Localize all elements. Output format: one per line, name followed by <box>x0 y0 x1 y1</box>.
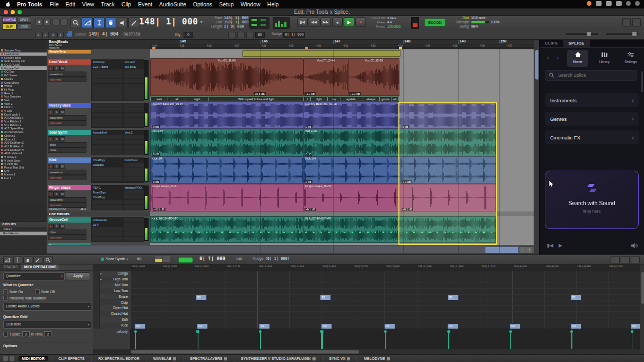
midi-note-c2[interactable]: C2 <box>259 323 270 329</box>
menu-window[interactable]: Window <box>241 1 260 7</box>
track-header-sample-drop[interactable]: Sample Drop <box>47 49 150 59</box>
velocity-stem[interactable] <box>260 331 261 349</box>
options-section[interactable]: Options <box>3 344 17 348</box>
scrollbar-thumb[interactable] <box>485 246 519 253</box>
velocity-dot[interactable] <box>509 330 512 333</box>
markers-ruler-label[interactable]: Markers <box>49 46 59 49</box>
tracklist-item[interactable]: Vox Samples <box>0 95 47 99</box>
timeline-marker[interactable] <box>399 47 402 49</box>
midi-note-f2[interactable]: F2 <box>570 295 581 301</box>
bottom-tab-spectralayers[interactable]: SPECTRALAYERS <box>187 356 230 361</box>
lyric-clip[interactable]: wait <box>150 96 168 101</box>
track-record-button[interactable]: ● <box>48 164 54 169</box>
insert-slot[interactable]: ProComp <box>92 60 123 65</box>
send-slot[interactable]: KickChslst <box>124 158 144 163</box>
track-header-kick[interactable]: Kick●SMwaveformdyn readChrisBrpyLowpassK… <box>47 156 150 184</box>
insert-slot-empty[interactable] <box>92 167 123 172</box>
apple-icon[interactable] <box>5 2 11 7</box>
forward-icon[interactable]: › <box>556 54 559 60</box>
track-record-button[interactable]: ● <box>48 66 54 71</box>
menu-file[interactable]: File <box>50 1 59 7</box>
velocity-stem[interactable] <box>322 331 323 349</box>
midi-note-c2[interactable]: C2 <box>197 323 208 329</box>
category-instruments[interactable]: Instruments› <box>545 93 639 107</box>
send-slot-empty[interactable] <box>124 163 144 167</box>
zoom-preset-button[interactable] <box>52 19 59 25</box>
pencil-tool-icon[interactable] <box>128 17 140 28</box>
track-view-selector[interactable]: waveform <box>48 115 86 120</box>
track-name[interactable]: Reecey Bass <box>48 103 91 108</box>
default-note-velocity[interactable]: 60 <box>137 257 141 261</box>
link-timeline-icon[interactable] <box>228 32 236 38</box>
lyric-clip[interactable]: my <box>327 96 341 101</box>
midi-ruler[interactable]: 148|1|000148|1|240148|1|480148|1|720148|… <box>130 263 640 271</box>
velocity-stem[interactable] <box>571 331 572 349</box>
midi-notes-toggle[interactable] <box>178 257 193 263</box>
list-view-icon[interactable] <box>631 256 640 263</box>
track-name[interactable]: GrooveCell <box>48 217 91 223</box>
splice-search-box[interactable] <box>545 70 637 81</box>
insert-slot-empty[interactable] <box>92 205 123 209</box>
tracklist-item[interactable]: Reec 2 <box>0 91 47 95</box>
session-setup-icon[interactable] <box>632 18 641 27</box>
splice-home-tab[interactable]: Home <box>567 50 588 67</box>
zoom-out-button[interactable]: ◀ <box>35 19 42 25</box>
clip[interactable]: Kick_84 <box>303 156 496 184</box>
midi-note-c2[interactable]: C2 <box>384 323 395 329</box>
send-slot-empty[interactable] <box>124 103 144 108</box>
clip[interactable]: Kick_02-16-MIDI-90 <box>150 216 304 243</box>
send-slot-empty[interactable] <box>124 190 144 195</box>
tracklist-item[interactable]: V Verb Short <box>0 158 47 162</box>
track-mute-button[interactable]: M <box>59 109 65 114</box>
send-slot-empty[interactable] <box>124 79 144 84</box>
grid-view-icon[interactable] <box>621 256 630 263</box>
track-automation-selector[interactable]: dyn read <box>48 77 86 82</box>
send-slot[interactable]: elastiquePRO <box>124 186 144 190</box>
track-view-selector[interactable]: waveform <box>48 197 86 202</box>
track-solo-button[interactable]: S <box>54 109 59 114</box>
velocity-stem[interactable] <box>632 331 633 349</box>
tracklist-item[interactable]: A4 NeverKnew <box>0 130 47 134</box>
velocity-dot[interactable] <box>384 330 387 333</box>
lane-sample-drop[interactable] <box>150 49 534 59</box>
midi-note-f2[interactable]: F2 <box>320 295 331 301</box>
previous-icon[interactable]: ▮◀ <box>547 243 553 248</box>
zoom-preset-4[interactable]: 4 <box>57 32 64 38</box>
velocity-stem[interactable] <box>449 331 450 349</box>
tracklist-item[interactable]: Works <box>0 84 47 88</box>
velocity-dot[interactable] <box>259 330 262 333</box>
nudge-value[interactable]: 0| 1| 000 <box>283 32 305 38</box>
track-name[interactable]: Soar Synth <box>48 130 91 135</box>
bottom-tab-melodyne[interactable]: MELODYNE <box>361 356 393 361</box>
send-slot-empty[interactable] <box>124 69 144 74</box>
track-solo-button[interactable]: S <box>54 136 59 142</box>
lyric-clip[interactable]: gonna <box>379 96 391 101</box>
midi-counter[interactable]: 0| 1| 000 <box>199 256 225 261</box>
insert-slot-empty[interactable] <box>92 103 123 108</box>
tuplet-checkbox[interactable] <box>3 332 8 337</box>
send-slot-empty[interactable] <box>124 200 144 205</box>
splice-settings-tab[interactable]: Settings <box>620 50 641 67</box>
record-button[interactable]: ● <box>355 17 366 27</box>
stop-button[interactable]: ■ <box>332 17 343 27</box>
menu-track[interactable]: Track <box>101 1 115 7</box>
bars-beats-ruler-label[interactable]: Bars|Beats <box>49 40 68 43</box>
track-name[interactable]: Sample Drop <box>48 50 91 54</box>
bottom-tab-sync-vx[interactable]: SYNC VX <box>326 356 353 361</box>
send-slot-empty[interactable] <box>124 149 144 154</box>
track-record-button[interactable]: ● <box>48 136 54 142</box>
lyric-clip[interactable]: With myself to lose and fight <box>208 96 304 101</box>
send-slot-empty[interactable] <box>124 74 144 79</box>
insert-slot-empty[interactable] <box>92 145 123 149</box>
insert-slot-empty[interactable] <box>92 122 123 127</box>
midi-track-selector[interactable]: Soar Synth▾ <box>101 257 128 261</box>
lane-kick[interactable]: Kick_04Kick_840 dB0 dB+ 0 dB <box>150 156 534 184</box>
category-genres[interactable]: Genres› <box>545 112 639 126</box>
edit-mode-spot[interactable]: SPOT <box>17 16 31 23</box>
tracklist-item[interactable]: Click 1 <box>0 105 47 109</box>
groups-header[interactable]: GROUPS <box>0 222 47 227</box>
lyric-clip[interactable]: fight <box>310 96 328 101</box>
edit-mode-grid[interactable]: GRID <box>17 23 31 30</box>
edit-mode-slip[interactable]: SLIP <box>2 23 16 30</box>
track-record-button[interactable]: ● <box>48 109 54 114</box>
